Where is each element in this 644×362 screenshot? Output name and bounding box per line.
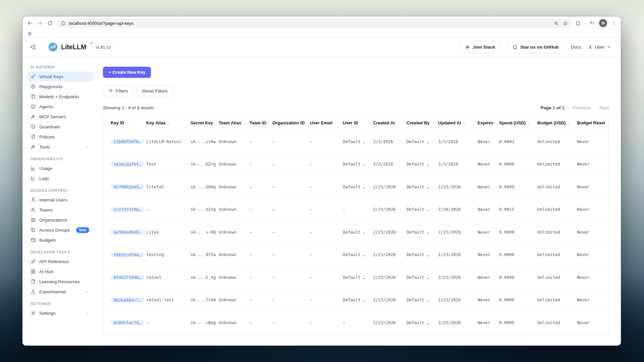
sidebar-item-access-groups[interactable]: Access GroupsNew bbox=[27, 225, 93, 235]
brand[interactable]: LiteLLM bbox=[48, 42, 86, 52]
cell-key-id: aa36bad046… bbox=[111, 230, 146, 235]
cell-budget-reset: Never bbox=[577, 139, 608, 144]
cell-spend-usd: 0.0000 bbox=[499, 252, 537, 257]
sort-icon[interactable]: ↑↓ bbox=[527, 121, 530, 125]
cell-budget-reset: Never bbox=[577, 162, 608, 167]
page-info-icon[interactable] bbox=[61, 21, 66, 26]
extensions-icon[interactable] bbox=[575, 20, 581, 26]
key-id-link[interactable]: 8fde3719d8… bbox=[111, 275, 144, 280]
cell-user-email: – bbox=[310, 230, 343, 235]
sidebar-item-agents[interactable]: Agents bbox=[27, 102, 93, 112]
sidebar-item-budgets[interactable]: Budgets bbox=[27, 235, 93, 245]
column-header-key-alias[interactable]: Key Alias↑↓ bbox=[146, 120, 191, 125]
key-id-link[interactable]: 22b68fb0f0… bbox=[111, 139, 144, 144]
key-id-link[interactable]: aa36bad046… bbox=[111, 230, 144, 235]
column-header-updated-at[interactable]: Updated At↑↓ bbox=[438, 120, 478, 125]
zoom-page-icon[interactable] bbox=[554, 21, 559, 26]
column-header-budget-usd[interactable]: Budget (USD)↑↓ bbox=[537, 120, 577, 125]
sidebar-item-policies[interactable]: Policies bbox=[27, 132, 93, 142]
sidebar-item-label: Learning Resources bbox=[39, 279, 80, 284]
cell-key-alias: LiteLLM-Retool bbox=[146, 139, 191, 144]
cell-team-id: – bbox=[250, 320, 272, 325]
shield-icon bbox=[31, 124, 36, 129]
browser-profile-avatar[interactable]: M bbox=[599, 19, 607, 27]
cell-organization-id: – bbox=[272, 139, 310, 144]
sidebar-item-api-reference[interactable]: API Reference bbox=[27, 256, 93, 266]
sidebar-item-teams[interactable]: Teams bbox=[27, 205, 93, 215]
column-header-created-at[interactable]: Created At bbox=[373, 120, 407, 125]
sidebar-item-virtual-keys[interactable]: Virtual Keys bbox=[27, 71, 93, 81]
cell-user-id: Default … bbox=[343, 252, 373, 257]
sidebar-collapse-icon[interactable] bbox=[30, 44, 37, 50]
sort-icon[interactable]: ↑↓ bbox=[167, 121, 170, 125]
reload-icon[interactable] bbox=[47, 20, 53, 26]
table-row: 22b68fb0f0…LiteLLM-Retoolsk-...c1RwUnkno… bbox=[103, 130, 608, 153]
next-page-button[interactable]: Next bbox=[599, 105, 609, 110]
sidebar-item-models-endpoints[interactable]: Models + Endpoints bbox=[27, 92, 93, 102]
reset-filters-button[interactable]: Reset Filters bbox=[137, 86, 173, 96]
main-content: + Create New Key Filters Reset Filters S… bbox=[96, 57, 621, 346]
key-id-link[interactable]: f0835c0f8d… bbox=[111, 252, 144, 257]
sidebar-item-mcp-servers[interactable]: MCP Servers bbox=[27, 112, 93, 122]
cell-user-id: – bbox=[343, 207, 373, 212]
cell-organization-id: – bbox=[272, 230, 310, 235]
sidebar-section-label-ai-gateway: AI GATEWAY bbox=[27, 60, 93, 71]
address-bar[interactable]: localhost:4000/ui/?page=api-keys bbox=[57, 18, 571, 28]
filters-button[interactable]: Filters bbox=[103, 86, 133, 96]
table-row: 34301daf9f…Testsk-...bZrgUnknown–––Defau… bbox=[103, 153, 608, 176]
sidebar-item-settings[interactable]: Settings bbox=[27, 308, 93, 318]
apps-grid-icon[interactable] bbox=[28, 32, 32, 36]
cell-organization-id: – bbox=[272, 320, 310, 325]
sidebar-item-playground[interactable]: Playground bbox=[27, 81, 93, 92]
forward-icon[interactable] bbox=[37, 20, 43, 26]
cell-secret-key: sk-...E_Vg bbox=[191, 275, 219, 280]
reading-list-icon[interactable] bbox=[589, 20, 595, 26]
sort-icon[interactable]: ↑↓ bbox=[126, 121, 128, 125]
sidebar-item-usage[interactable]: Usage bbox=[27, 163, 93, 173]
user-menu[interactable]: User bbox=[588, 45, 611, 50]
star-github-button[interactable]: Star us on GitHub bbox=[507, 42, 564, 53]
sidebar-item-organizations[interactable]: Organizations bbox=[27, 215, 93, 225]
sort-desc-icon[interactable] bbox=[397, 121, 401, 125]
column-header-expires: Expires bbox=[478, 120, 499, 125]
sidebar-item-internal-users[interactable]: Internal Users bbox=[27, 195, 93, 205]
cell-organization-id: – bbox=[272, 207, 310, 212]
url-text[interactable]: localhost:4000/ui/?page=api-keys bbox=[69, 21, 133, 26]
sidebar-item-logs[interactable]: Logs bbox=[27, 173, 93, 183]
sidebar-item-label: Organizations bbox=[39, 218, 67, 223]
column-header-key-id[interactable]: Key ID↑↓ bbox=[111, 120, 146, 125]
cell-created-at: 2/23/2026 bbox=[373, 184, 407, 189]
app-header: LiteLLM ❄ v1.81.12 Join Slack Star us on… bbox=[22, 38, 621, 57]
back-icon[interactable] bbox=[26, 20, 33, 26]
docs-link[interactable]: Docs bbox=[571, 45, 581, 50]
sidebar-item-tools[interactable]: Tools bbox=[27, 142, 93, 152]
sort-icon[interactable]: ↑↓ bbox=[568, 121, 570, 125]
sort-icon[interactable]: ↑↓ bbox=[463, 121, 466, 125]
cell-key-alias: retool-test bbox=[146, 297, 191, 302]
key-id-link[interactable]: 982bd484c7… bbox=[111, 297, 144, 302]
key-id-link[interactable]: 45708b2ee4… bbox=[111, 184, 144, 189]
cell-created-by: Default … bbox=[407, 297, 438, 302]
cell-user-email: – bbox=[310, 252, 343, 257]
cell-budget-usd: Unlimited bbox=[537, 297, 577, 302]
sidebar-item-experimental[interactable]: Experimental bbox=[27, 287, 93, 297]
join-slack-button[interactable]: Join Slack bbox=[460, 42, 500, 53]
cell-key-alias: testing bbox=[146, 252, 191, 257]
cell-key-alias: retool bbox=[146, 275, 191, 280]
create-new-key-button[interactable]: + Create New Key bbox=[103, 67, 151, 78]
cell-budget-reset: Never bbox=[577, 275, 608, 280]
browser-menu-icon[interactable] bbox=[611, 20, 617, 26]
sidebar-item-label: Playground bbox=[39, 84, 62, 89]
sidebar-item-learning-resources[interactable]: Learning Resources bbox=[27, 277, 93, 287]
key-id-link[interactable]: 3c273f3f9b… bbox=[111, 207, 144, 212]
bookmark-star-icon[interactable] bbox=[563, 21, 568, 26]
column-header-spend-usd[interactable]: Spend (USD)↑↓ bbox=[499, 120, 537, 125]
sidebar-item-guardrails[interactable]: Guardrails bbox=[27, 122, 93, 132]
key-id-link[interactable]: 34301daf9f… bbox=[111, 162, 144, 167]
cell-user-email: – bbox=[310, 162, 343, 167]
sidebar-item-ai-hub[interactable]: AI Hub bbox=[27, 266, 93, 277]
app-body: AI GATEWAYVirtual KeysPlaygroundModels +… bbox=[22, 57, 621, 346]
key-id-link[interactable]: dc805fac7d… bbox=[111, 320, 144, 325]
previous-page-button[interactable]: Previous bbox=[573, 105, 591, 110]
cell-team-alias: Unknown bbox=[219, 297, 250, 302]
